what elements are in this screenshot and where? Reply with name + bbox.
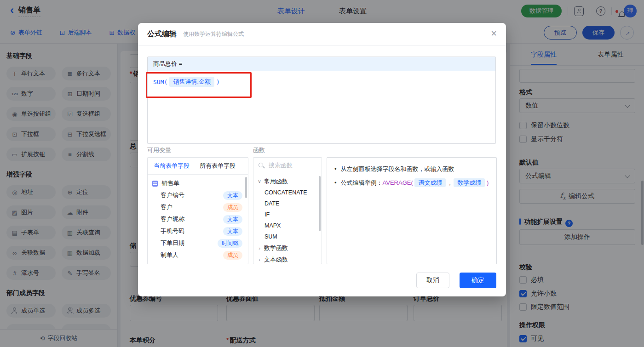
example-token: 数学成绩 bbox=[454, 178, 485, 187]
close-icon[interactable]: × bbox=[491, 28, 497, 39]
formula-editor-box: 商品总价 = SUM( 销售详情.金额 ) bbox=[147, 57, 496, 144]
formula-input-area[interactable]: SUM( 销售详情.金额 ) bbox=[148, 71, 495, 92]
function-search-input[interactable] bbox=[268, 161, 317, 169]
functions-panel: ∨常用函数 CONCATENATE DATE IF MAPX SUM ›数学函数… bbox=[253, 157, 322, 264]
tab-all-form-fields[interactable]: 所有表单字段 bbox=[200, 162, 236, 170]
confirm-button[interactable]: 确定 bbox=[460, 273, 496, 288]
type-badge: 文本 bbox=[223, 227, 242, 236]
help-line-1: • 从左侧面板选择字段名和函数，或输入函数 bbox=[334, 164, 489, 174]
functions-caption: 函数 bbox=[253, 146, 265, 154]
formula-field-token[interactable]: 销售详情.金额 bbox=[169, 77, 214, 87]
variable-row[interactable]: 下单日期时间戳 bbox=[148, 237, 248, 249]
functions-tree: ∨常用函数 CONCATENATE DATE IF MAPX SUM ›数学函数… bbox=[253, 173, 322, 264]
formula-function-name: SUM( bbox=[153, 79, 167, 85]
variable-row[interactable]: 手机号码文本 bbox=[148, 225, 248, 237]
variable-row[interactable]: 制单人成员 bbox=[148, 249, 248, 261]
modal-title: 公式编辑 bbox=[147, 29, 177, 39]
variable-row[interactable]: 客户编号文本 bbox=[148, 189, 248, 201]
type-badge: 时间戳 bbox=[218, 239, 242, 248]
variables-caption: 可用变量 bbox=[147, 146, 171, 154]
formula-editor-modal: 公式编辑 使用数学运算符编辑公式 × 商品总价 = SUM( 销售详情.金额 )… bbox=[138, 23, 506, 296]
type-badge: 文本 bbox=[223, 215, 242, 224]
variable-row[interactable]: 客户昵称文本 bbox=[148, 213, 248, 225]
type-badge: 成员 bbox=[223, 203, 242, 212]
example-function-name: AVERAGE( bbox=[383, 179, 413, 186]
form-doc-icon bbox=[152, 181, 158, 187]
bullet: • bbox=[334, 164, 337, 174]
type-badge: 成员 bbox=[223, 251, 242, 260]
variables-tree: 销售单 客户编号文本 客户成员 客户昵称文本 手机号码文本 下单日期时间戳 制单… bbox=[148, 175, 248, 261]
function-group-common[interactable]: ∨常用函数 bbox=[253, 176, 322, 187]
function-search bbox=[253, 158, 322, 173]
app-root: ‹ 销售单 表单设计 表单设置 数据管理 ? 理 ⊘表单外链 ⊡后端脚本 ⊞数据… bbox=[0, 0, 644, 347]
function-item[interactable]: CONCATENATE bbox=[253, 187, 322, 198]
variables-panel: 当前表单字段 所有表单字段 销售单 客户编号文本 客户成员 客户昵称文本 手机号… bbox=[147, 157, 248, 264]
modal-subtitle: 使用数学运算符编辑公式 bbox=[183, 30, 244, 38]
tab-current-form-fields[interactable]: 当前表单字段 bbox=[154, 162, 190, 170]
variable-row[interactable]: 客户成员 bbox=[148, 201, 248, 213]
help-line-2: • 公式编辑举例：AVERAGE( 语文成绩，数学成绩 ) bbox=[334, 178, 489, 188]
example-token: 语文成绩 bbox=[414, 178, 446, 187]
bullet: • bbox=[334, 178, 337, 188]
chevron-right-icon: › bbox=[257, 245, 262, 251]
function-item[interactable]: DATE bbox=[253, 198, 322, 209]
chevron-right-icon: › bbox=[257, 257, 262, 262]
function-item[interactable]: IF bbox=[253, 209, 322, 220]
variables-tabs: 当前表单字段 所有表单字段 bbox=[148, 158, 248, 175]
formula-closing-paren: ) bbox=[216, 79, 220, 85]
cancel-button[interactable]: 取消 bbox=[416, 273, 449, 288]
type-badge: 文本 bbox=[223, 191, 242, 200]
search-icon bbox=[258, 162, 264, 169]
function-item[interactable]: SUM bbox=[253, 231, 322, 242]
example-closing-paren: ) bbox=[487, 179, 489, 186]
functions-scrollbar[interactable] bbox=[319, 176, 321, 231]
function-group-text[interactable]: ›文本函数 bbox=[253, 254, 322, 264]
modal-header: 公式编辑 使用数学运算符编辑公式 × bbox=[138, 23, 506, 46]
chevron-down-icon: ∨ bbox=[257, 178, 262, 184]
tree-root-form[interactable]: 销售单 bbox=[148, 177, 248, 189]
function-item[interactable]: MAPX bbox=[253, 220, 322, 231]
variables-scrollbar[interactable] bbox=[245, 177, 247, 198]
formula-target: 商品总价 = bbox=[148, 57, 495, 71]
formula-help-panel: • 从左侧面板选择字段名和函数，或输入函数 • 公式编辑举例：AVERAGE( … bbox=[327, 157, 497, 264]
function-group-math[interactable]: ›数学函数 bbox=[253, 242, 322, 254]
